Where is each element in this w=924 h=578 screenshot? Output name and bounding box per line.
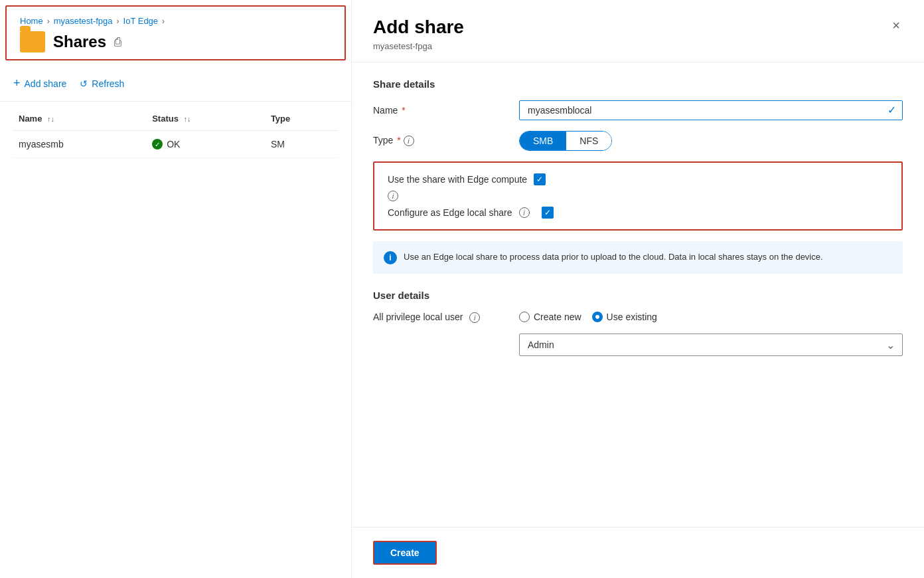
edge-compute-info-icon: i <box>388 191 398 201</box>
edge-local-check-icon: ✓ <box>544 208 551 217</box>
use-existing-option[interactable]: Use existing <box>592 312 657 322</box>
info-banner-text: Use an Edge local share to process data … <box>404 250 823 264</box>
breadcrumb-highlighted-box: Home › myasetest-fpga › IoT Edge › Share… <box>5 5 346 60</box>
add-icon: + <box>13 76 21 90</box>
use-existing-radio[interactable] <box>592 312 603 322</box>
refresh-label: Refresh <box>92 78 124 89</box>
right-panel: Add share myasetest-fpga × Share details… <box>352 0 924 578</box>
panel-title-area: Add share myasetest-fpga <box>373 16 464 51</box>
breadcrumb-sep-1: › <box>47 17 50 26</box>
edge-local-info-icon: i <box>519 207 530 218</box>
create-new-radio[interactable] <box>519 312 530 322</box>
shares-table-container: Name ↑↓ Status ↑↓ Type myasesmb <box>0 102 351 578</box>
name-form-row: Name * ✓ <box>373 100 903 120</box>
privilege-form-row: All privilege local user i Create new Us… <box>373 312 903 323</box>
share-details-title: Share details <box>373 78 903 90</box>
status-ok-label: OK <box>167 139 180 149</box>
share-details-section: Share details Name * ✓ Type * i <box>373 78 903 274</box>
type-info-icon: i <box>404 136 414 146</box>
status-ok-icon: ✓ <box>152 139 163 149</box>
name-input-wrapper: ✓ <box>519 100 903 120</box>
privilege-label: All privilege local user i <box>373 312 519 323</box>
type-required: * <box>397 135 400 145</box>
user-details-title: User details <box>373 290 903 301</box>
edge-compute-checkbox[interactable]: ✓ <box>534 173 546 185</box>
info-banner: i Use an Edge local share to process dat… <box>373 241 903 274</box>
table-row: myasesmb ✓ OK SM <box>13 131 338 158</box>
page-header: Shares ⎙ <box>20 31 331 52</box>
panel-content: Share details Name * ✓ Type * i <box>352 62 924 527</box>
col-name: Name ↑↓ <box>13 107 147 131</box>
smb-option[interactable]: SMB <box>520 132 566 150</box>
close-button[interactable]: × <box>889 16 903 35</box>
create-button[interactable]: Create <box>373 541 437 565</box>
info-banner-icon: i <box>384 251 397 264</box>
shares-table: Name ↑↓ Status ↑↓ Type myasesmb <box>13 107 338 158</box>
panel-title: Add share <box>373 16 464 39</box>
panel-subtitle: myasetest-fpga <box>373 41 464 51</box>
user-radio-group: Create new Use existing <box>519 312 657 322</box>
name-required: * <box>402 105 405 116</box>
admin-dropdown[interactable]: Admin <box>519 334 903 356</box>
breadcrumb-sep-3: › <box>162 17 165 26</box>
panel-footer: Create <box>352 527 924 578</box>
refresh-button[interactable]: ↺ Refresh <box>80 76 124 92</box>
page-title: Shares <box>53 33 106 51</box>
user-details-section: User details All privilege local user i … <box>373 290 903 356</box>
row-type: SM <box>266 131 338 158</box>
row-name: myasesmb <box>13 131 147 158</box>
admin-dropdown-row: Admin <box>373 334 903 356</box>
edge-compute-check-icon: ✓ <box>536 175 543 184</box>
create-new-option[interactable]: Create new <box>519 312 581 322</box>
sort-name-icon[interactable]: ↑↓ <box>47 115 54 123</box>
edge-compute-label: Use the share with Edge compute <box>388 174 527 185</box>
type-label: Type * i <box>373 135 519 146</box>
type-form-row: Type * i SMB NFS <box>373 131 903 151</box>
toolbar: + Add share ↺ Refresh <box>0 66 351 102</box>
edge-local-row: Configure as Edge local share i ✓ <box>388 207 888 219</box>
panel-header: Add share myasetest-fpga × <box>352 0 924 62</box>
col-type: Type <box>266 107 338 131</box>
left-panel: Home › myasetest-fpga › IoT Edge › Share… <box>0 0 352 578</box>
info-sub-row: i <box>388 191 888 201</box>
row-status: ✓ OK <box>147 131 266 158</box>
breadcrumb-device[interactable]: myasetest-fpga <box>54 16 113 26</box>
type-toggle: SMB NFS <box>519 131 612 151</box>
refresh-icon: ↺ <box>80 78 88 89</box>
create-new-label: Create new <box>534 312 581 322</box>
breadcrumb-section[interactable]: IoT Edge <box>123 16 159 26</box>
breadcrumb-sep-2: › <box>117 17 119 26</box>
edge-compute-section: Use the share with Edge compute ✓ i Conf… <box>373 161 903 231</box>
edge-compute-row: Use the share with Edge compute ✓ <box>388 173 888 185</box>
edge-local-checkbox[interactable]: ✓ <box>542 207 554 219</box>
breadcrumb: Home › myasetest-fpga › IoT Edge › <box>20 16 331 26</box>
breadcrumb-home[interactable]: Home <box>20 16 43 26</box>
add-share-label: Add share <box>25 78 67 89</box>
print-icon[interactable]: ⎙ <box>114 35 121 49</box>
name-input[interactable] <box>519 100 903 120</box>
nfs-option[interactable]: NFS <box>566 132 611 150</box>
use-existing-label: Use existing <box>607 312 657 322</box>
col-status: Status ↑↓ <box>147 107 266 131</box>
admin-select-wrapper: Admin <box>519 334 903 356</box>
edge-local-label: Configure as Edge local share <box>388 207 512 218</box>
name-label: Name * <box>373 105 519 116</box>
add-share-button[interactable]: + Add share <box>13 74 66 93</box>
privilege-info-icon: i <box>469 312 480 323</box>
input-check-icon: ✓ <box>887 104 896 116</box>
folder-icon <box>20 31 45 52</box>
sort-status-icon[interactable]: ↑↓ <box>184 115 191 123</box>
